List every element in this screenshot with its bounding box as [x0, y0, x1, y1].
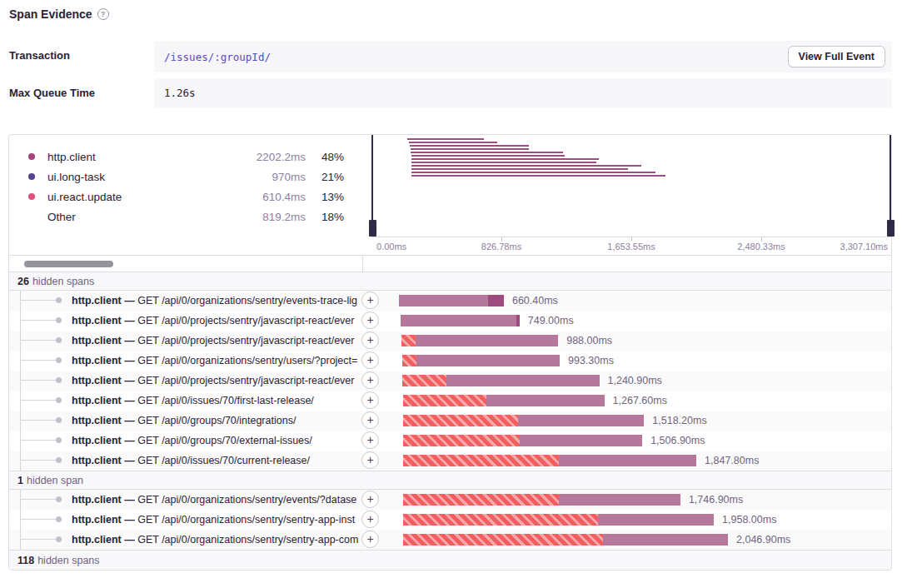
- tree-branch-line: [20, 340, 57, 341]
- axis-tick-label: 1,653.55ms: [607, 242, 655, 252]
- span-separator: —: [124, 375, 137, 386]
- minimap-section: http.client 2202.2ms 48% ui.long-task 97…: [9, 135, 891, 255]
- span-url: GET /api/0/organizations/sentry/sentry-a…: [137, 514, 355, 526]
- span-separator: —: [124, 295, 137, 306]
- tree-node-dot: [56, 337, 62, 343]
- expand-span-button[interactable]: +: [361, 351, 379, 369]
- span-separator: —: [124, 514, 137, 526]
- span-url: GET /api/0/organizations/sentry/users/?p…: [137, 355, 357, 366]
- scrollbar-thumb[interactable]: [24, 261, 113, 267]
- hidden-spans-count: 118: [17, 555, 34, 566]
- span-duration-bar: [403, 455, 696, 466]
- section-header: Span Evidence ?: [0, 0, 902, 21]
- span-op: http.client: [72, 455, 124, 466]
- span-url: GET /api/0/issues/70/first-last-release/: [137, 395, 314, 406]
- legend-percentage: 21%: [306, 171, 344, 183]
- help-icon[interactable]: ?: [97, 8, 109, 20]
- minimap-left-grip[interactable]: [369, 220, 376, 237]
- expand-span-button[interactable]: +: [361, 431, 379, 449]
- span-description: http.client — GET /api/0/projects/sentry…: [72, 311, 361, 331]
- minimap-chart: 0.00ms826.78ms1,653.55ms2,480.33ms3,307.…: [371, 135, 891, 255]
- minimap-span-bar: [411, 158, 598, 160]
- span-row[interactable]: http.client — GET /api/0/projects/sentry…: [9, 311, 891, 331]
- span-separator: —: [124, 355, 137, 366]
- expand-span-button[interactable]: +: [361, 411, 379, 429]
- span-minimap: 0.00ms826.78ms1,653.55ms2,480.33ms3,307.…: [363, 135, 891, 255]
- span-row[interactable]: http.client — GET /api/0/groups/70/integ…: [9, 411, 891, 431]
- span-op: http.client: [72, 395, 124, 406]
- expand-span-button[interactable]: +: [361, 371, 379, 389]
- transaction-value: /issues/:groupId/: [164, 51, 271, 63]
- span-duration-bar: [403, 415, 644, 426]
- span-row[interactable]: http.client — GET /api/0/issues/70/curre…: [9, 451, 891, 471]
- expand-span-button[interactable]: +: [361, 292, 379, 309]
- span-duration-bar: [402, 375, 599, 386]
- span-description: http.client — GET /api/0/organizations/s…: [72, 530, 361, 550]
- tree-node-dot: [56, 457, 62, 463]
- hidden-spans-count: 26: [17, 276, 29, 287]
- minimap-span-bar: [411, 162, 596, 163]
- legend-percentage: 18%: [306, 211, 344, 223]
- expand-span-button[interactable]: +: [361, 451, 379, 469]
- span-duration-label: 1,958.00ms: [722, 510, 776, 530]
- event-fields: Transaction /issues/:groupId/ View Full …: [0, 41, 902, 107]
- minimap-right-grip[interactable]: [887, 220, 895, 237]
- span-evidence-panel: http.client 2202.2ms 48% ui.long-task 97…: [8, 134, 892, 571]
- span-duration-label: 1,518.20ms: [652, 411, 706, 431]
- span-row[interactable]: http.client — GET /api/0/groups/70/exter…: [9, 431, 891, 451]
- span-duration-label: 2,046.90ms: [736, 530, 790, 550]
- span-row[interactable]: http.client — GET /api/0/organizations/s…: [9, 291, 891, 311]
- minimap-left-handle[interactable]: [371, 135, 373, 237]
- span-row[interactable]: http.client — GET /api/0/projects/sentry…: [9, 371, 891, 391]
- legend-duration-value: 819.2ms: [262, 211, 306, 223]
- queue-time-hatch: [403, 395, 486, 406]
- span-row[interactable]: http.client — GET /api/0/organizations/s…: [9, 530, 891, 550]
- span-description: http.client — GET /api/0/projects/sentry…: [72, 331, 361, 351]
- span-duration-label: 1,746.90ms: [689, 490, 743, 510]
- queue-time-hatch: [403, 494, 559, 506]
- span-duration-label: 1,506.90ms: [650, 431, 705, 451]
- span-separator: —: [124, 494, 137, 506]
- tree-vertical-line: [20, 451, 21, 471]
- minimap-span-bar: [411, 155, 566, 157]
- hidden-spans-row: 118 hidden spans: [9, 550, 891, 570]
- axis-tick-label: 2,480.33ms: [737, 242, 785, 252]
- tree-node-dot: [56, 317, 62, 323]
- expand-span-button[interactable]: +: [361, 331, 379, 349]
- span-bar-dark-tail: [516, 315, 520, 326]
- span-row[interactable]: http.client — GET /api/0/projects/sentry…: [9, 331, 891, 351]
- expand-span-button[interactable]: +: [361, 391, 379, 409]
- span-row[interactable]: http.client — GET /api/0/organizations/s…: [9, 510, 891, 530]
- span-row[interactable]: http.client — GET /api/0/organizations/s…: [9, 490, 891, 510]
- span-url: GET /api/0/projects/sentry/javascript-re…: [137, 375, 354, 386]
- tree-branch-line: [20, 420, 57, 421]
- scrollbar-track[interactable]: [9, 256, 363, 272]
- expand-span-button[interactable]: +: [361, 311, 379, 329]
- span-separator: —: [124, 534, 137, 546]
- span-row[interactable]: http.client — GET /api/0/issues/70/first…: [9, 391, 891, 411]
- queue-time-hatch: [402, 375, 446, 386]
- legend-duration-value: 610.4ms: [262, 191, 306, 203]
- tree-vertical-line: [20, 351, 21, 371]
- tree-vertical-line: [20, 331, 21, 351]
- legend-item: ui.react.update 610.4ms 13%: [28, 187, 344, 207]
- tree-vertical-line: [20, 371, 21, 391]
- minimap-right-handle[interactable]: [890, 135, 891, 237]
- span-row[interactable]: http.client — GET /api/0/organizations/s…: [9, 351, 891, 371]
- queue-time-hatch: [403, 415, 518, 426]
- span-duration-bar: [403, 395, 604, 406]
- expand-span-button[interactable]: +: [361, 491, 379, 508]
- span-url: GET /api/0/projects/sentry/javascript-re…: [137, 315, 354, 326]
- span-description: http.client — GET /api/0/organizations/s…: [72, 291, 361, 311]
- expand-span-button[interactable]: +: [361, 531, 379, 548]
- tree-branch-line: [20, 499, 57, 500]
- minimap-span-bar: [407, 138, 484, 140]
- span-op: http.client: [72, 415, 124, 426]
- span-separator: —: [124, 415, 137, 426]
- view-full-event-button[interactable]: View Full Event: [788, 46, 885, 67]
- tree-vertical-line: [20, 291, 21, 311]
- legend-item: Other 819.2ms 18%: [28, 207, 344, 227]
- tree-node-dot: [56, 357, 62, 363]
- expand-span-button[interactable]: +: [361, 511, 379, 528]
- tree-vertical-line: [20, 411, 21, 431]
